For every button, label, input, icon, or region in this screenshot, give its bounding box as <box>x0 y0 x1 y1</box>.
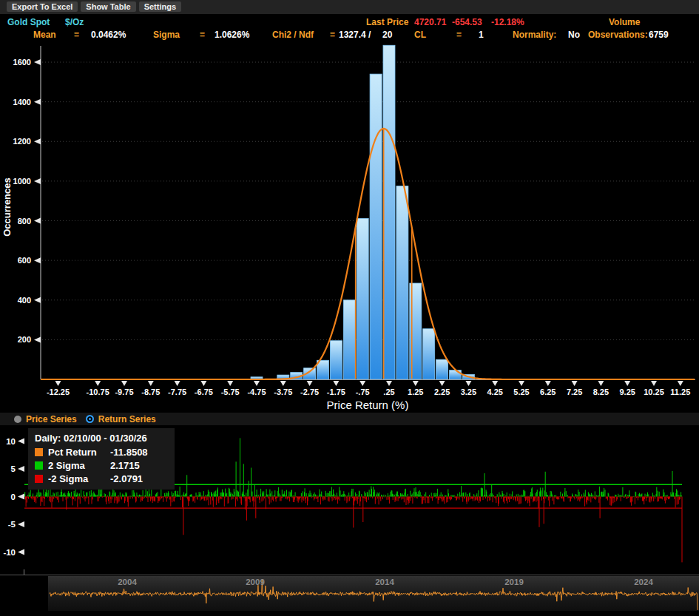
x-tick-label: 3.25 <box>461 387 476 396</box>
toolbar: Export To Excel Show Table Settings <box>0 0 699 14</box>
x-tick-label: .25 <box>383 387 394 396</box>
navigator-separator <box>0 575 699 575</box>
histogram-bar[interactable] <box>343 300 355 379</box>
minus-2-sigma-swatch <box>35 475 43 483</box>
x-tick-marker <box>413 381 419 386</box>
volume-label: Volume <box>609 17 640 27</box>
histogram-bar[interactable] <box>383 45 395 379</box>
x-tick-marker <box>465 381 471 386</box>
histogram-bars <box>251 45 474 379</box>
histogram-bar[interactable] <box>436 359 448 379</box>
x-tick-marker <box>95 381 101 386</box>
x-tick-label: -5.75 <box>221 387 240 396</box>
x-tick-label: -9.75 <box>115 387 133 396</box>
navigator-year-label: 2024 <box>634 578 653 586</box>
x-tick-label: -4.75 <box>247 387 266 396</box>
return-series-radio[interactable] <box>86 415 94 423</box>
x-tick-marker <box>280 381 286 386</box>
mean-equals: = <box>74 30 79 40</box>
x-tick-marker <box>307 381 313 386</box>
x-tick-marker <box>624 381 630 386</box>
x-tick-marker <box>572 381 578 386</box>
histogram-bar[interactable] <box>357 218 368 379</box>
chi2-equals: = <box>330 30 335 40</box>
x-tick-label: 6.25 <box>540 387 556 396</box>
histogram-chart[interactable]: 2004006008001000120014001600Occurrences-… <box>0 41 699 411</box>
histogram-bar[interactable] <box>423 329 435 379</box>
y-tick-label: 200 <box>18 335 31 344</box>
minus-2-sigma-label: -2 Sigma <box>48 473 110 484</box>
x-tick-marker <box>333 381 339 386</box>
y-tick-label: 5 <box>11 464 16 473</box>
navigator-chart[interactable]: 20042009201420192024 <box>48 576 699 611</box>
x-tick-label: 8.25 <box>593 387 609 396</box>
y-tick-label: 1200 <box>13 137 31 146</box>
last-price-label: Last Price <box>366 17 408 27</box>
security-unit: $/Oz <box>65 17 84 27</box>
return-series-label[interactable]: Return Series <box>98 414 156 424</box>
ndf-value: 20 <box>382 30 392 40</box>
x-tick-marker <box>55 381 61 386</box>
timeline-navigator[interactable]: 20042009201420192024 <box>48 576 699 611</box>
plus-2-sigma-label: 2 Sigma <box>48 460 110 471</box>
histogram-y-axis: 2004006008001000120014001600Occurrences <box>1 46 41 379</box>
y-tick-marker <box>34 297 41 303</box>
y-tick-label: 600 <box>18 256 31 265</box>
x-tick-label: -1.75 <box>327 387 345 396</box>
price-series-label[interactable]: Price Series <box>26 414 77 424</box>
x-tick-marker <box>227 381 233 386</box>
x-tick-marker <box>598 381 604 386</box>
y-tick-label: 0 <box>11 493 16 501</box>
y-tick-label: 1000 <box>13 177 31 186</box>
x-tick-label: -12.25 <box>47 387 70 396</box>
x-tick-marker <box>651 381 657 386</box>
x-tick-label: -6.75 <box>195 387 213 396</box>
y-tick-marker <box>34 257 41 263</box>
normality-value: No <box>568 30 580 40</box>
cl-label: CL <box>414 30 426 40</box>
settings-button[interactable]: Settings <box>139 1 181 12</box>
sigma-value: 1.0626% <box>215 30 249 40</box>
histogram-bar[interactable] <box>330 341 342 379</box>
negative-returns-series <box>25 497 682 563</box>
bloomberg-histogram-screen: Export To Excel Show Table Settings Gold… <box>0 0 699 616</box>
histogram-bar[interactable] <box>396 186 408 379</box>
y-tick-label: 1400 <box>13 98 31 106</box>
y-tick-marker <box>18 549 24 555</box>
navigator-year-label: 2009 <box>246 578 265 586</box>
histogram-bar[interactable] <box>450 370 462 379</box>
export-to-excel-button[interactable]: Export To Excel <box>7 1 78 12</box>
last-price-value: 4720.71 <box>414 17 446 27</box>
y-tick-marker <box>34 99 41 105</box>
security-name: Gold Spot <box>7 17 50 27</box>
show-table-button[interactable]: Show Table <box>81 1 135 12</box>
observations-value: 6759 <box>649 30 669 40</box>
x-tick-marker <box>254 381 260 386</box>
x-tick-label: 7.25 <box>567 387 582 396</box>
normality-label: Normality: <box>513 30 556 40</box>
sigma-label: Sigma <box>153 30 180 40</box>
navigator-return-series <box>50 580 698 610</box>
x-tick-label: -10.75 <box>87 387 109 396</box>
x-tick-marker <box>200 381 206 386</box>
x-tick-label: 1.25 <box>408 387 423 396</box>
x-tick-marker <box>678 381 683 386</box>
x-tick-marker <box>519 381 524 386</box>
histogram-bar[interactable] <box>370 74 382 379</box>
x-tick-label: 9.25 <box>619 387 635 396</box>
tooltip-row-pct-return: Pct Return -11.8508 <box>35 445 168 458</box>
price-series-radio[interactable] <box>14 416 21 423</box>
x-tick-marker <box>386 381 392 386</box>
minus-2-sigma-value: -2.0791 <box>110 473 143 484</box>
tooltip-date-range: Daily: 02/10/00 - 01/30/26 <box>35 431 168 445</box>
pct-return-value: -11.8508 <box>110 447 148 458</box>
y-tick-label: 800 <box>18 217 31 226</box>
mean-value: 0.0462% <box>91 30 126 40</box>
return-y-axis: 1050-5-10 <box>3 437 24 557</box>
plus-2-sigma-value: 2.1715 <box>110 460 140 471</box>
x-tick-label: -3.75 <box>274 387 292 396</box>
y-tick-marker <box>34 218 41 224</box>
x-tick-marker <box>121 381 127 386</box>
y-tick-marker <box>18 439 24 444</box>
price-change-value: -654.53 <box>452 17 482 27</box>
